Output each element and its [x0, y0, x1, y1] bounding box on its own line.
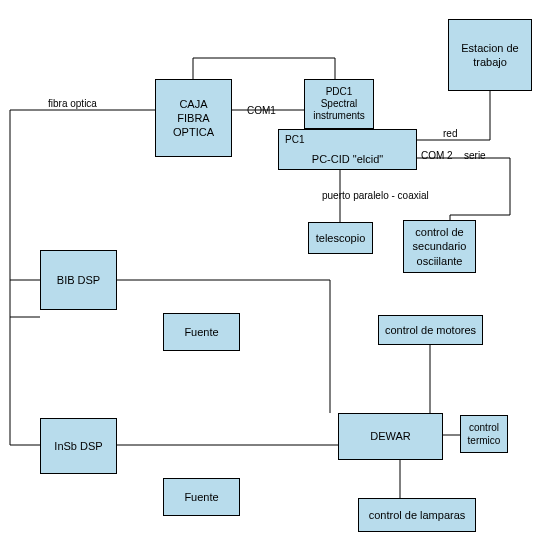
- diagram-canvas: Estacion detrabajo CAJAFIBRAOPTICA PDC1 …: [0, 0, 542, 542]
- text-pdc1-mid: Spectral: [321, 98, 358, 110]
- text-telescopio: telescopio: [316, 231, 366, 245]
- text-estacion: Estacion detrabajo: [461, 41, 518, 70]
- label-com1: COM1: [247, 105, 276, 116]
- label-red: red: [443, 128, 457, 139]
- box-dewar: DEWAR: [338, 413, 443, 460]
- box-telescopio: telescopio: [308, 222, 373, 254]
- box-estacion: Estacion detrabajo: [448, 19, 532, 91]
- box-pdc1: PDC1 Spectral instruments: [304, 79, 374, 129]
- text-motores: control de motores: [385, 323, 476, 337]
- text-fuente2: Fuente: [184, 490, 218, 504]
- text-pc1-bot: PC-CID "elcid": [312, 152, 383, 166]
- label-serie: serie: [464, 150, 486, 161]
- text-insb: InSb DSP: [54, 439, 102, 453]
- label-puerto: puerto paralelo - coaxial: [322, 190, 429, 201]
- text-pc1-top: PC1: [285, 133, 304, 146]
- box-bib-dsp: BIB DSP: [40, 250, 117, 310]
- box-fuente-1: Fuente: [163, 313, 240, 351]
- box-termico: controltermico: [460, 415, 508, 453]
- box-pc1: PC1 PC-CID "elcid": [278, 129, 417, 170]
- label-com2: COM 2: [421, 150, 453, 161]
- box-fuente-2: Fuente: [163, 478, 240, 516]
- text-fuente1: Fuente: [184, 325, 218, 339]
- text-secundario: control desecundarioosciilante: [413, 225, 467, 268]
- box-insb-dsp: InSb DSP: [40, 418, 117, 474]
- text-caja: CAJAFIBRAOPTICA: [173, 97, 214, 140]
- text-pdc1-bot: instruments: [313, 110, 365, 122]
- box-secundario: control desecundarioosciilante: [403, 220, 476, 273]
- text-lamparas: control de lamparas: [369, 508, 466, 522]
- text-dewar: DEWAR: [370, 429, 411, 443]
- box-lamparas: control de lamparas: [358, 498, 476, 532]
- text-bib: BIB DSP: [57, 273, 100, 287]
- box-motores: control de motores: [378, 315, 483, 345]
- text-pdc1-top: PDC1: [326, 86, 353, 98]
- box-caja-fibra-optica: CAJAFIBRAOPTICA: [155, 79, 232, 157]
- label-fibra-optica: fibra optica: [48, 98, 97, 109]
- text-termico: controltermico: [468, 421, 501, 447]
